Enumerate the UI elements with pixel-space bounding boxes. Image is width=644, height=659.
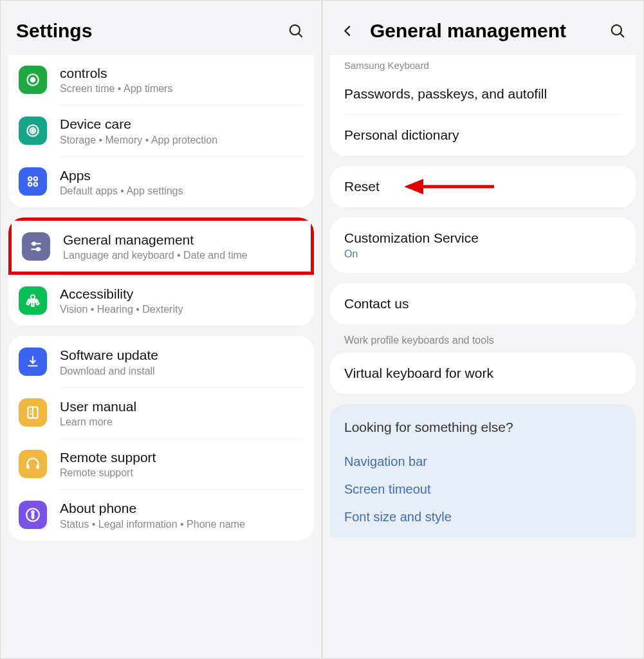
settings-item-apps[interactable]: Apps Default apps • App settings <box>8 156 314 207</box>
book-icon <box>19 398 47 427</box>
item-subtitle: Screen time • App timers <box>60 83 304 95</box>
headset-icon <box>19 450 47 478</box>
gm-group: Contact us <box>330 283 636 324</box>
item-text: Remote support Remote support <box>60 449 304 479</box>
item-title: Virtual keyboard for work <box>344 366 621 381</box>
gm-item-passwords[interactable]: Passwords, passkeys, and autofill <box>330 73 636 115</box>
item-title: User manual <box>60 398 304 415</box>
gm-item-customization[interactable]: Customization ServiceOn <box>330 218 636 273</box>
svg-point-23 <box>30 411 32 412</box>
settings-group: General management Language and keyboard… <box>8 218 314 326</box>
settings-item-remote-support[interactable]: Remote support Remote support <box>8 438 314 489</box>
svg-point-9 <box>28 183 32 186</box>
back-button[interactable] <box>338 21 358 41</box>
settings-list[interactable]: controls Screen time • App timers Device… <box>1 55 322 658</box>
settings-item-user-manual[interactable]: User manual Learn more <box>8 387 314 438</box>
item-title: Apps <box>60 167 304 184</box>
item-title: Reset <box>344 179 621 194</box>
item-title: Software update <box>60 346 304 364</box>
download-icon <box>19 348 47 376</box>
item-title: General management <box>63 231 300 248</box>
item-text: Apps Default apps • App settings <box>60 167 304 197</box>
settings-item-device-care[interactable]: Device care Storage • Memory • App prote… <box>8 105 314 156</box>
item-subtitle: Language and keyboard • Date and time <box>63 250 300 261</box>
settings-item-accessibility[interactable]: Accessibility Vision • Hearing • Dexteri… <box>8 275 314 326</box>
item-title: Customization Service <box>344 230 621 246</box>
sliders-icon <box>22 232 50 261</box>
item-text: User manual Learn more <box>60 398 304 428</box>
settings-item-software-update[interactable]: Software update Download and install <box>8 336 314 387</box>
item-text: Accessibility Vision • Hearing • Dexteri… <box>60 285 304 315</box>
item-title: Device care <box>60 115 304 133</box>
svg-point-7 <box>28 177 32 180</box>
settings-header: Settings <box>1 1 322 55</box>
person-icon <box>19 286 47 315</box>
svg-rect-26 <box>36 465 39 469</box>
settings-panel: Settings controls Screen time • App time… <box>1 1 322 658</box>
item-subtitle: Storage • Memory • App protection <box>60 135 304 146</box>
svg-point-8 <box>34 177 37 180</box>
gm-item-contact[interactable]: Contact us <box>330 283 636 324</box>
suggestion-link[interactable]: Screen timeout <box>344 476 621 503</box>
item-subtitle: Vision • Hearing • Dexterity <box>60 304 304 315</box>
settings-title: Settings <box>16 20 286 42</box>
svg-point-15 <box>31 295 35 299</box>
item-value: On <box>344 248 621 260</box>
info-icon <box>19 501 47 529</box>
item-subtitle: Learn more <box>60 416 304 428</box>
general-management-panel: General management Samsung KeyboardPassw… <box>322 1 643 658</box>
svg-line-1 <box>299 33 302 37</box>
svg-rect-17 <box>32 300 33 306</box>
gm-title: General management <box>370 20 607 42</box>
svg-point-30 <box>612 25 621 35</box>
item-title: controls <box>60 64 304 82</box>
svg-rect-25 <box>26 465 29 469</box>
settings-group: Software update Download and install Use… <box>8 336 314 540</box>
item-subtitle: Download and install <box>60 366 304 377</box>
search-button[interactable] <box>286 21 306 41</box>
item-title: About phone <box>60 499 304 517</box>
svg-point-3 <box>31 77 35 82</box>
svg-point-12 <box>33 242 35 245</box>
gm-header: General management <box>322 1 643 55</box>
gm-group: Samsung KeyboardPasswords, passkeys, and… <box>330 55 636 156</box>
item-text: About phone Status • Legal information •… <box>60 499 304 530</box>
search-button[interactable] <box>607 21 628 41</box>
item-text: General management Language and keyboard… <box>63 231 300 261</box>
svg-point-6 <box>32 129 33 131</box>
svg-point-0 <box>290 25 300 35</box>
gm-item-virtual-keyboard-work[interactable]: Virtual keyboard for work <box>330 353 636 394</box>
search-icon <box>609 23 626 39</box>
gm-group: Customization ServiceOn <box>330 218 636 273</box>
item-title: Accessibility <box>60 285 304 302</box>
gm-group: Virtual keyboard for work <box>330 353 636 394</box>
radar-icon <box>19 116 47 145</box>
gm-item-dictionary[interactable]: Personal dictionary <box>330 115 636 156</box>
item-title: Passwords, passkeys, and autofill <box>344 86 621 102</box>
suggestions-card: Looking for something else?Navigation ba… <box>330 404 636 537</box>
gm-item-reset[interactable]: Reset <box>330 166 636 207</box>
search-icon <box>288 23 304 39</box>
item-title: Remote support <box>60 449 304 466</box>
chevron-left-icon <box>341 24 355 38</box>
item-subtitle: Status • Legal information • Phone name <box>60 519 304 530</box>
item-text: Device care Storage • Memory • App prote… <box>60 115 304 145</box>
item-title: Contact us <box>344 296 621 311</box>
samsung-keyboard-hint: Samsung Keyboard <box>330 55 636 73</box>
svg-rect-29 <box>32 514 34 519</box>
grid-icon <box>19 167 47 196</box>
settings-group: controls Screen time • App timers Device… <box>8 55 314 207</box>
section-label: Work profile keyboards and tools <box>330 335 636 353</box>
settings-item-digital-wellbeing[interactable]: controls Screen time • App timers <box>8 55 314 105</box>
svg-point-14 <box>37 248 39 250</box>
gm-list[interactable]: Samsung KeyboardPasswords, passkeys, and… <box>322 55 643 658</box>
settings-item-about-phone[interactable]: About phone Status • Legal information •… <box>8 489 314 540</box>
svg-point-10 <box>34 183 37 186</box>
suggestion-link[interactable]: Font size and style <box>344 503 621 531</box>
suggestion-link[interactable]: Navigation bar <box>344 448 621 476</box>
svg-line-31 <box>620 33 623 37</box>
item-text: Software update Download and install <box>60 346 304 376</box>
item-subtitle: Default apps • App settings <box>60 185 304 197</box>
svg-point-28 <box>32 511 33 513</box>
settings-item-general-management[interactable]: General management Language and keyboard… <box>8 218 314 275</box>
